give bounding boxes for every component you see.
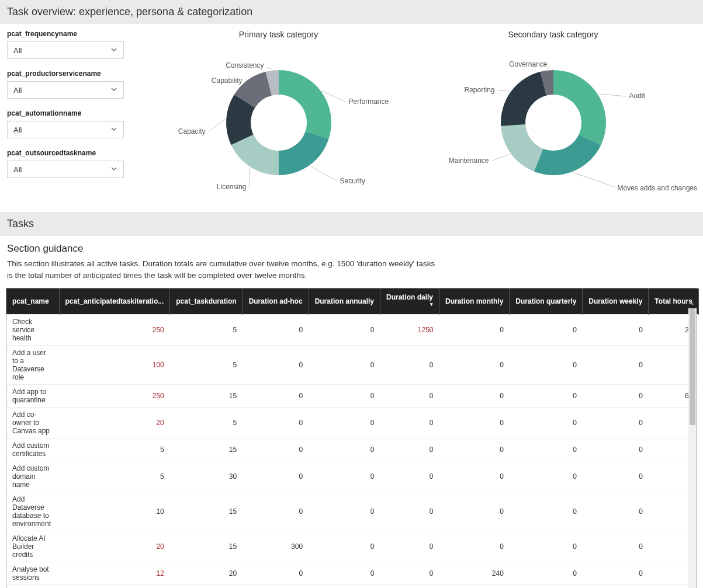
col-2[interactable]: pcat_taskduration — [170, 288, 243, 315]
col-4[interactable]: Duration annually — [309, 288, 380, 315]
filter-dropdown-3[interactable]: All — [7, 161, 124, 178]
filter-dropdown-1[interactable]: All — [7, 81, 124, 99]
secondary-donut[interactable]: AuditMoves adds and changesMaintenanceRe… — [428, 44, 679, 201]
donut-slice-Performance[interactable] — [279, 70, 331, 139]
chart-label-licensing: Licensing — [217, 183, 247, 191]
top-area: pcat_frequencyname Allpcat_productorserv… — [0, 24, 703, 212]
chart-label-reporting: Reporting — [464, 86, 494, 94]
svg-line-9 — [498, 91, 510, 91]
filter-label-3: pcat_outsourcedtaskname — [7, 149, 124, 157]
primary-chart-block: Primary task category PerformanceSecurit… — [153, 30, 404, 201]
table-row[interactable]: Add app to quarantine2501500000063 — [6, 385, 698, 408]
table-row[interactable]: Assign Power Platform licenses5030000001… — [6, 585, 698, 588]
tasks-header: Tasks — [0, 212, 703, 236]
tasks-table: pcat_namepcat_anticipatedtaskiteratio...… — [6, 288, 699, 588]
filter-dropdown-2[interactable]: All — [7, 121, 124, 138]
filter-value: All — [13, 126, 22, 134]
col-1[interactable]: pcat_anticipatedtaskiteratio... — [59, 288, 170, 315]
page-title: Task overview: experience, persona & cat… — [0, 0, 703, 24]
filter-value: All — [13, 86, 22, 95]
chart-label-maintenance: Maintenance — [449, 156, 489, 165]
col-0[interactable]: pcat_name — [6, 288, 59, 315]
chart-label-capacity: Capacity — [178, 127, 206, 135]
chevron-down-icon — [110, 165, 117, 174]
guidance-text: This section illustrates all active task… — [0, 258, 444, 288]
scrollbar-thumb[interactable] — [690, 308, 695, 425]
table-scrollbar[interactable]: ▲ ▼ — [688, 308, 697, 588]
chevron-down-icon — [110, 86, 117, 95]
table-row[interactable]: Analyse bot sessions1220000240004 — [6, 562, 698, 585]
filters-panel: pcat_frequencyname Allpcat_productorserv… — [7, 30, 124, 201]
col-5[interactable]: Duration daily▾ — [380, 288, 439, 315]
chart-label-consistency: Consistency — [226, 61, 264, 69]
filter-label-1: pcat_productorservicename — [7, 69, 124, 78]
table-row[interactable]: Add a user to a Dataverse role1005000000… — [6, 346, 698, 385]
filter-label-2: pcat_automationname — [7, 109, 124, 117]
chevron-down-icon — [110, 126, 117, 134]
col-6[interactable]: Duration monthly — [439, 288, 509, 315]
donut-slice-Moves adds and changes[interactable] — [534, 134, 601, 175]
svg-line-7 — [573, 173, 614, 187]
svg-line-8 — [492, 154, 510, 161]
primary-donut[interactable]: PerformanceSecurityLicensingCapacityCapa… — [153, 44, 404, 201]
tasks-table-container: pcat_namepcat_anticipatedtaskiteratio...… — [6, 288, 697, 588]
donut-slice-Reporting[interactable] — [501, 72, 546, 126]
table-header-row: pcat_namepcat_anticipatedtaskiteratio...… — [6, 288, 698, 315]
donut-slice-Maintenance[interactable] — [501, 124, 543, 172]
sort-arrow-icon: ▾ — [430, 301, 433, 307]
chevron-down-icon — [110, 46, 117, 55]
table-row[interactable]: Add custom certificates5150000000 — [6, 439, 698, 461]
filter-value: All — [13, 46, 22, 55]
svg-line-1 — [310, 166, 337, 181]
table-row[interactable]: Add custom domain name5300000000 — [6, 461, 698, 492]
primary-chart-title: Primary task category — [153, 30, 404, 39]
table-row[interactable]: Add Dataverse database to environment101… — [6, 492, 698, 531]
table-row[interactable]: Check service health250500125000021 — [6, 315, 698, 346]
svg-line-6 — [598, 94, 626, 96]
scroll-up-icon[interactable]: ▲ — [688, 300, 697, 308]
donut-slice-Security[interactable] — [279, 131, 329, 175]
chart-label-governance: Governance — [509, 60, 547, 68]
svg-line-2 — [250, 168, 250, 187]
chart-label-performance: Performance — [349, 98, 389, 106]
col-3[interactable]: Duration ad-hoc — [243, 288, 309, 315]
table-row[interactable]: Add co-owner to Canvas app2050000002 — [6, 408, 698, 439]
filter-dropdown-0[interactable]: All — [7, 41, 124, 59]
svg-line-5 — [267, 67, 272, 69]
filter-label-0: pcat_frequencyname — [7, 30, 124, 38]
filter-value: All — [13, 165, 22, 174]
chart-label-audit: Audit — [629, 92, 645, 100]
chart-label-moves-adds-and-changes: Moves adds and changes — [618, 184, 698, 192]
table-row[interactable]: Allocate AI Builder credits2015300000005 — [6, 531, 698, 562]
svg-line-3 — [209, 119, 225, 131]
secondary-chart-block: Secondary task category AuditMoves adds … — [428, 30, 679, 201]
donut-slice-Audit[interactable] — [553, 70, 606, 145]
chart-label-capability: Capability — [212, 76, 243, 85]
secondary-chart-title: Secondary task category — [428, 30, 679, 39]
col-8[interactable]: Duration weekly — [583, 288, 649, 315]
col-7[interactable]: Duration quarterly — [510, 288, 583, 315]
chart-label-security: Security — [340, 177, 365, 185]
charts-area: Primary task category PerformanceSecurit… — [136, 30, 696, 201]
guidance-title: Section guidance — [0, 236, 703, 258]
table-body: Check service health250500125000021Add a… — [6, 315, 698, 588]
